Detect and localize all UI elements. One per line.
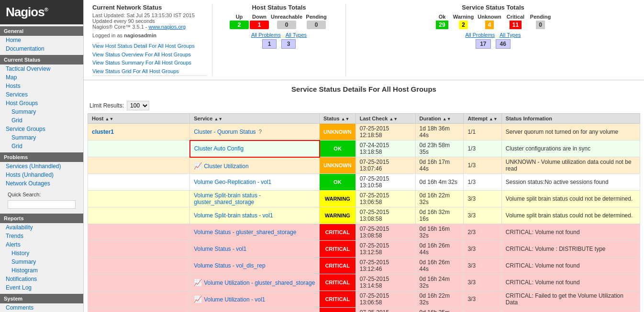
service-cell[interactable]: Volume Status - vol1 [190, 241, 320, 258]
status-cell: WARNING [320, 191, 356, 207]
service-link[interactable]: Cluster Auto Config [194, 145, 244, 152]
sidebar-item-services-unhandled[interactable]: Services (Unhandled) [0, 162, 83, 171]
sidebar-item-documentation[interactable]: Documentation [0, 44, 83, 53]
sidebar-item-hg-grid[interactable]: Grid [0, 116, 83, 125]
host-all-problems-link[interactable]: All Problems [251, 32, 281, 38]
sidebar-item-availability[interactable]: Availability [0, 223, 83, 232]
svc-val-unknown[interactable]: 4 [477, 21, 503, 29]
col-status[interactable]: Status ▲▼ [320, 114, 356, 124]
sidebar-item-event-log[interactable]: Event Log [0, 283, 83, 292]
host-cell[interactable]: cluster1 [88, 124, 190, 140]
sidebar-item-alerts-history[interactable]: History [0, 249, 83, 258]
last-check-cell: 07-25-2015 13:10:58 [355, 174, 415, 191]
service-cell[interactable]: Volume Split-brain status - vol1 [190, 207, 320, 224]
status-cell: CRITICAL [320, 308, 356, 312]
quick-search-section: Quick Search: [0, 188, 83, 212]
host-cell [88, 191, 190, 207]
service-cell[interactable]: 📈Volume Utilization - vol_dis_rep [190, 308, 320, 312]
service-link[interactable]: Cluster Utilization [204, 163, 248, 170]
service-cell[interactable]: Volume Status - gluster_shared_storage [190, 224, 320, 241]
service-link[interactable]: Volume Split-brain status - vol1 [194, 212, 273, 219]
table-row: Volume Split-brain status - vol1WARNING0… [88, 207, 640, 224]
svc-at-val[interactable]: 46 [496, 39, 511, 49]
sidebar-item-trends[interactable]: Trends [0, 232, 83, 240]
service-cell[interactable]: 📈Volume Utilization - vol1 [190, 291, 320, 308]
svc-val-critical[interactable]: 11 [504, 21, 528, 29]
host-val-pending[interactable]: 0 [304, 21, 328, 29]
host-val-unreachable[interactable]: 0 [270, 21, 303, 29]
graph-icon[interactable]: 📈 [194, 295, 202, 303]
host-ap-val[interactable]: 1 [262, 39, 277, 49]
info-cell: CRITICAL: Volume not found [501, 258, 640, 274]
service-cell[interactable]: 📈Volume Utilization - gluster_shared_sto… [190, 274, 320, 291]
service-cell[interactable]: Cluster - Quorum Status? [190, 124, 320, 140]
nav-link-status-grid[interactable]: View Status Grid For All Host Groups [92, 67, 207, 76]
sidebar-item-services[interactable]: Services [0, 90, 83, 99]
col-duration[interactable]: Duration ▲▼ [415, 114, 464, 124]
sidebar-item-comments[interactable]: Comments [0, 303, 83, 312]
sidebar-item-service-groups[interactable]: Service Groups [0, 125, 83, 133]
sidebar-item-tactical-overview[interactable]: Tactical Overview [0, 65, 83, 73]
info-cell: UNKNOWN - Volume utilization data could … [501, 157, 640, 174]
nav-link-status-summary[interactable]: View Status Summary For All Host Groups [92, 59, 207, 67]
info-cell: CRITICAL: Failed to get the Volume Utili… [501, 291, 640, 308]
service-cell[interactable]: Volume Geo-Replication - vol1 [190, 174, 320, 191]
sidebar-item-alerts[interactable]: Alerts [0, 240, 83, 249]
host-at-val[interactable]: 3 [281, 39, 296, 49]
sidebar-item-alerts-histogram[interactable]: Histogram [0, 266, 83, 275]
service-link[interactable]: Volume Status - vol_dis_rep [194, 262, 265, 269]
sidebar-item-sg-summary[interactable]: Summary [0, 133, 83, 142]
col-attempt[interactable]: Attempt ▲▼ [464, 114, 501, 124]
service-cell[interactable]: Volume Split-brain status - gluster_shar… [190, 191, 320, 207]
sidebar-item-hosts[interactable]: Hosts [0, 82, 83, 90]
service-link[interactable]: Volume Status - gluster_shared_storage [194, 229, 296, 236]
sidebar-item-hosts-unhandled[interactable]: Hosts (Unhandled) [0, 171, 83, 179]
col-host[interactable]: Host ▲▼ [88, 114, 190, 124]
limit-select[interactable]: 25 50 100 200 All [127, 101, 149, 110]
service-cell[interactable]: Cluster Auto Config [190, 140, 320, 157]
nagios-url[interactable]: www.nagios.org [149, 24, 186, 30]
quick-search-input[interactable] [8, 200, 76, 209]
sidebar-item-hg-summary[interactable]: Summary [0, 108, 83, 116]
svc-val-pending[interactable]: 0 [529, 21, 553, 29]
host-all-types-link[interactable]: All Types [286, 32, 307, 38]
service-link[interactable]: Cluster - Quorum Status [194, 129, 255, 135]
service-cell[interactable]: Volume Status - vol_dis_rep [190, 258, 320, 274]
svc-label-warning: Warning [452, 14, 476, 20]
last-check-cell: 07-25-2015 13:12:58 [355, 241, 415, 258]
col-service[interactable]: Service ▲▼ [190, 114, 320, 124]
col-last-check[interactable]: Last Check ▲▼ [355, 114, 415, 124]
nav-link-status-overview[interactable]: View Status Overview For All Host Groups [92, 51, 207, 59]
service-link[interactable]: Volume Geo-Replication - vol1 [194, 179, 271, 185]
table-container: Host ▲▼ Service ▲▼ Status ▲▼ Last Check … [84, 113, 644, 312]
sidebar-item-notifications[interactable]: Notifications [0, 275, 83, 283]
sidebar-item-alerts-summary[interactable]: Summary [0, 258, 83, 266]
logged-in: Logged in as nagiosadmin [92, 32, 207, 38]
sidebar-item-network-outages[interactable]: Network Outages [0, 179, 83, 188]
sidebar-item-host-groups[interactable]: Host Groups [0, 99, 83, 108]
service-link[interactable]: Volume Split-brain status - gluster_shar… [194, 192, 261, 205]
service-link[interactable]: Volume Utilization - gluster_shared_stor… [204, 280, 315, 286]
host-val-up[interactable]: 2 [230, 21, 249, 29]
svc-all-types-link[interactable]: All Types [500, 32, 521, 38]
host-link[interactable]: cluster1 [92, 129, 114, 135]
graph-icon[interactable]: 📈 [194, 279, 202, 286]
service-cell[interactable]: 📈Cluster Utilization [190, 157, 320, 174]
host-all-problems: All Problems All Types [217, 32, 341, 38]
nav-link-host-status-detail[interactable]: View Host Status Detail For All Host Gro… [92, 42, 207, 51]
sidebar-item-sg-grid[interactable]: Grid [0, 142, 83, 151]
service-link[interactable]: Volume Utilization - vol1 [204, 296, 265, 303]
svc-ap-val[interactable]: 17 [476, 39, 490, 49]
sidebar-item-map[interactable]: Map [0, 73, 83, 82]
sidebar-general-section: General Home Documentation [0, 26, 83, 53]
service-link[interactable]: Volume Status - vol1 [194, 246, 246, 252]
svc-all-problems-link[interactable]: All Problems [465, 32, 495, 38]
attempt-cell: 3/3 [464, 207, 501, 224]
main-content: Current Network Status Last Updated: Sat… [84, 0, 644, 312]
graph-icon[interactable]: 📈 [194, 162, 202, 170]
svc-val-ok[interactable]: 29 [434, 21, 451, 29]
host-val-down[interactable]: 1 [250, 21, 269, 29]
duration-cell: 0d 16h 16m 32s [415, 224, 464, 241]
svc-val-warning[interactable]: 2 [452, 21, 476, 29]
sidebar-item-home[interactable]: Home [0, 36, 83, 44]
